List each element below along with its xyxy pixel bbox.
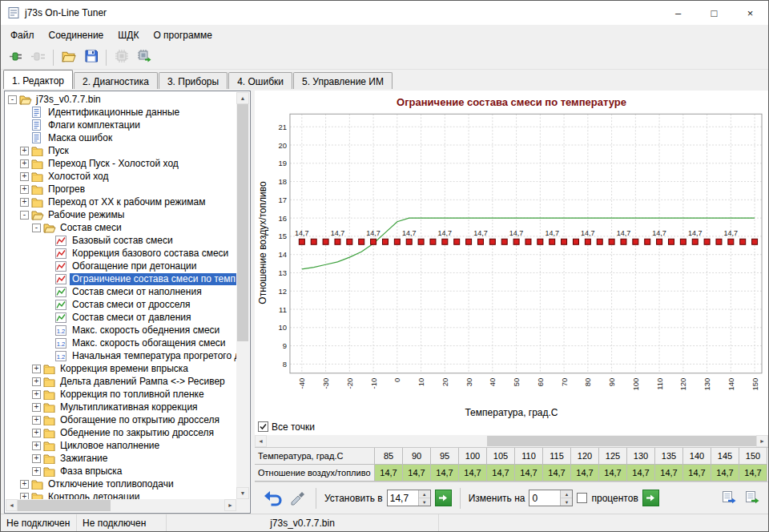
temp-header-cell[interactable]: 90 bbox=[403, 448, 431, 465]
tree-item[interactable]: +Фаза впрыска bbox=[6, 465, 236, 478]
tree-item[interactable]: +Зажигание bbox=[6, 452, 236, 465]
collapse-icon[interactable]: - bbox=[32, 224, 41, 232]
apply-change-button[interactable] bbox=[642, 490, 659, 506]
expand-icon[interactable]: + bbox=[32, 454, 41, 463]
temp-header-cell[interactable]: 95 bbox=[431, 448, 459, 465]
expand-icon[interactable]: + bbox=[32, 467, 41, 476]
temp-header-cell[interactable]: 110 bbox=[515, 448, 543, 465]
spin-up-icon[interactable]: ▲ bbox=[561, 490, 572, 498]
tree-item[interactable]: +Переход Пуск - Холостой ход bbox=[6, 157, 236, 170]
scroll-right-icon[interactable]: ► bbox=[756, 435, 768, 447]
tree-item[interactable]: +Дельта давлений Рампа <-> Ресивер bbox=[6, 375, 236, 388]
scrollbar-thumb[interactable] bbox=[18, 500, 111, 511]
tree-item[interactable]: +Коррекция времени впрыска bbox=[6, 362, 236, 375]
spin-down-icon[interactable]: ▼ bbox=[419, 498, 430, 506]
tree-item[interactable]: -Рабочие режимы bbox=[6, 208, 236, 221]
menu-item[interactable]: Соединение bbox=[42, 25, 111, 46]
close-button[interactable]: × bbox=[732, 1, 768, 25]
expand-icon[interactable]: + bbox=[32, 441, 41, 450]
scrollbar-track[interactable] bbox=[236, 104, 249, 487]
tree-item[interactable]: +Холостой ход bbox=[6, 170, 236, 183]
ratio-value-cell[interactable]: 14,7 bbox=[375, 465, 403, 482]
temp-header-cell[interactable]: 100 bbox=[459, 448, 487, 465]
expand-icon[interactable]: + bbox=[20, 185, 29, 194]
smooth-button[interactable] bbox=[288, 489, 308, 508]
connect-button[interactable] bbox=[6, 47, 26, 67]
menu-item[interactable]: ШДК bbox=[111, 25, 146, 46]
ratio-value-cell[interactable]: 14,7 bbox=[431, 465, 459, 482]
tree-item[interactable]: -j73s_v0.7.7.bin bbox=[6, 93, 236, 106]
tree-item[interactable]: Флаги комплектации bbox=[6, 119, 236, 131]
menu-item[interactable]: О программе bbox=[146, 25, 219, 46]
save-file-button[interactable] bbox=[81, 47, 101, 67]
tab-4[interactable]: 4. Ошибки bbox=[228, 72, 292, 89]
tree-item[interactable]: Маска ошибок bbox=[6, 131, 236, 144]
all-points-checkbox[interactable] bbox=[258, 421, 268, 432]
temp-header-cell[interactable]: 125 bbox=[599, 448, 627, 465]
tab-2[interactable]: 2. Диагностика bbox=[74, 72, 158, 89]
undo-button[interactable] bbox=[261, 487, 284, 509]
temp-header-cell[interactable]: 105 bbox=[487, 448, 515, 465]
scroll-down-icon[interactable]: ▼ bbox=[236, 487, 249, 499]
scroll-left-icon[interactable]: ◄ bbox=[6, 499, 18, 511]
scrollbar-track[interactable] bbox=[18, 499, 224, 512]
tree-item[interactable]: Идентификационные данные bbox=[6, 106, 236, 119]
expand-icon[interactable]: + bbox=[32, 390, 41, 399]
change-by-input[interactable] bbox=[529, 490, 560, 506]
tree-item[interactable]: 1.2Макс. скорость обеднения смеси bbox=[6, 324, 236, 337]
collapse-icon[interactable]: - bbox=[20, 211, 29, 220]
tree-item[interactable]: +Обогащение по открытию дросселя bbox=[6, 413, 236, 426]
tree-item[interactable]: +Цикловое наполнение bbox=[6, 439, 236, 452]
minimize-button[interactable]: – bbox=[660, 1, 696, 25]
scroll-right-icon[interactable]: ► bbox=[224, 499, 236, 511]
temp-header-cell[interactable]: 145 bbox=[711, 448, 739, 465]
temp-header-cell[interactable]: 140 bbox=[683, 448, 711, 465]
tree-item[interactable]: Состав смеси от давления bbox=[6, 311, 236, 324]
tree-item[interactable]: -Состав смеси bbox=[6, 221, 236, 234]
tab-1[interactable]: 1. Редактор bbox=[3, 70, 73, 89]
expand-icon[interactable]: + bbox=[20, 172, 29, 181]
tree-horizontal-scrollbar[interactable]: ◄ ► bbox=[6, 499, 236, 512]
tree-item[interactable]: +Коррекция по топливной пленке bbox=[6, 388, 236, 401]
disconnect-button[interactable] bbox=[28, 47, 48, 67]
tree-vertical-scrollbar[interactable]: ▲ ▼ bbox=[236, 92, 249, 499]
tab-3[interactable]: 3. Приборы bbox=[159, 72, 227, 89]
expand-icon[interactable]: + bbox=[32, 403, 41, 412]
spin-down-icon[interactable]: ▼ bbox=[561, 498, 572, 506]
open-file-button[interactable] bbox=[58, 47, 79, 67]
expand-icon[interactable]: + bbox=[32, 429, 41, 437]
scroll-left-icon[interactable]: ◄ bbox=[255, 435, 267, 447]
spin-up-icon[interactable]: ▲ bbox=[419, 490, 430, 498]
tree-item[interactable]: 1.2Макс. скорость обогащения смеси bbox=[6, 337, 236, 349]
tree-item[interactable]: Базовый состав смеси bbox=[6, 234, 236, 247]
table-horizontal-scrollbar[interactable]: ◄ ► bbox=[255, 435, 768, 447]
expand-icon[interactable]: + bbox=[32, 416, 41, 425]
scrollbar-track[interactable] bbox=[267, 435, 756, 447]
tree-item[interactable]: Обогащение при детонации bbox=[6, 260, 236, 272]
percent-checkbox[interactable] bbox=[577, 493, 587, 503]
ratio-value-cell[interactable]: 14,7 bbox=[403, 465, 431, 482]
chart-svg[interactable]: 89101112131415161718192021-40-30-20-1001… bbox=[269, 109, 768, 407]
temp-header-cell[interactable]: 115 bbox=[543, 448, 571, 465]
tree-item[interactable]: Состав смеси от наполнения bbox=[6, 285, 236, 298]
tab-5[interactable]: 5. Управление ИМ bbox=[293, 72, 393, 89]
ratio-value-cell[interactable]: 14,7 bbox=[543, 465, 571, 482]
ratio-value-cell[interactable]: 14,7 bbox=[655, 465, 683, 482]
scrollbar-thumb[interactable] bbox=[487, 436, 756, 446]
ratio-value-cell[interactable]: 14,7 bbox=[571, 465, 599, 482]
tree-item[interactable]: +Переход от ХХ к рабочим режимам bbox=[6, 195, 236, 208]
maximize-button[interactable]: □ bbox=[696, 1, 732, 25]
set-value-input[interactable] bbox=[388, 490, 418, 506]
collapse-icon[interactable]: - bbox=[8, 95, 17, 104]
export-chart-button[interactable] bbox=[719, 489, 739, 507]
expand-icon[interactable]: + bbox=[32, 365, 41, 373]
tree-item[interactable]: +Мультипликативная коррекция bbox=[6, 401, 236, 413]
temp-header-cell[interactable]: 130 bbox=[627, 448, 655, 465]
scrollbar-thumb[interactable] bbox=[237, 104, 248, 341]
expand-icon[interactable]: + bbox=[32, 377, 41, 386]
tree-item[interactable]: Коррекция базового состава смеси bbox=[6, 247, 236, 260]
export-table-button[interactable] bbox=[743, 489, 762, 507]
temp-header-cell[interactable]: 85 bbox=[375, 448, 403, 465]
ratio-value-cell[interactable]: 14,7 bbox=[487, 465, 515, 482]
temp-header-cell[interactable]: 120 bbox=[571, 448, 599, 465]
